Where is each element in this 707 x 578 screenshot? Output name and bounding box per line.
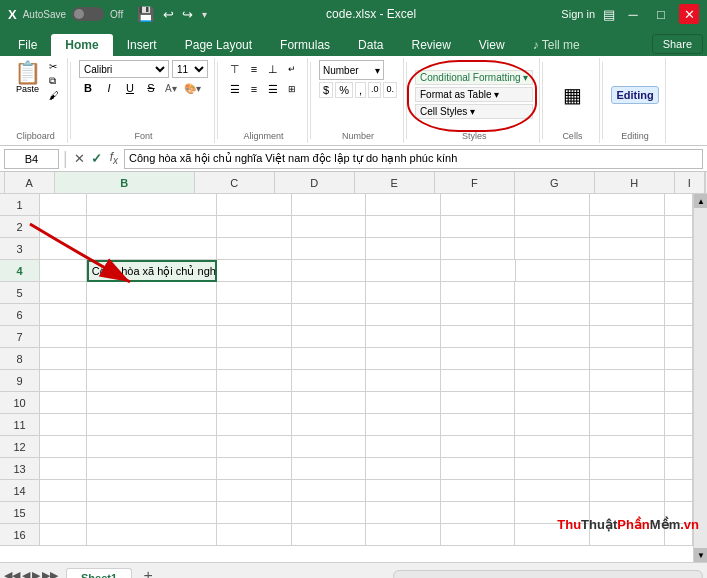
cell-reference-box[interactable] (4, 149, 59, 169)
sheet-first-btn[interactable]: ◀◀ (4, 569, 20, 578)
cell-e6[interactable] (366, 304, 441, 326)
tab-review[interactable]: Review (397, 34, 464, 56)
cell-f6[interactable] (441, 304, 516, 326)
cell-g6[interactable] (515, 304, 590, 326)
cell-b15[interactable] (87, 502, 217, 524)
fill-color-btn[interactable]: 🎨▾ (184, 83, 201, 94)
paste-button[interactable]: 📋 Paste (10, 60, 45, 96)
cell-d16[interactable] (292, 524, 367, 546)
cell-c4[interactable] (217, 260, 292, 282)
undo-button[interactable]: ↩ (160, 6, 177, 23)
cell-c5[interactable] (217, 282, 292, 304)
col-header-a[interactable]: A (5, 172, 55, 194)
cell-b8[interactable] (87, 348, 217, 370)
cell-g3[interactable] (515, 238, 590, 260)
cell-e14[interactable] (366, 480, 441, 502)
cell-a11[interactable] (40, 414, 87, 436)
cell-h16[interactable] (590, 524, 665, 546)
cell-i6[interactable] (665, 304, 693, 326)
ribbon-display-btn[interactable]: ▤ (603, 7, 615, 22)
cell-d3[interactable] (292, 238, 367, 260)
row-header-3[interactable]: 3 (0, 238, 40, 260)
add-sheet-button[interactable]: + (138, 566, 158, 579)
cell-a4[interactable] (40, 260, 87, 282)
scroll-up-btn[interactable]: ▲ (694, 194, 707, 208)
cell-g1[interactable] (515, 194, 590, 216)
cell-i7[interactable] (665, 326, 693, 348)
align-middle-button[interactable]: ≡ (245, 60, 263, 78)
align-bottom-button[interactable]: ⊥ (264, 60, 282, 78)
italic-button[interactable]: I (100, 79, 118, 97)
cell-h10[interactable] (590, 392, 665, 414)
cell-h8[interactable] (590, 348, 665, 370)
currency-btn[interactable]: $ (319, 82, 333, 98)
percent-btn[interactable]: % (335, 82, 353, 98)
cell-g2[interactable] (515, 216, 590, 238)
cell-c14[interactable] (217, 480, 292, 502)
format-painter-button[interactable]: 🖌 (47, 89, 61, 102)
copy-button[interactable]: ⧉ (47, 74, 61, 88)
align-top-button[interactable]: ⊤ (226, 60, 244, 78)
col-header-e[interactable]: E (355, 172, 435, 194)
cell-i15[interactable] (665, 502, 693, 524)
cell-f8[interactable] (441, 348, 516, 370)
cell-e13[interactable] (366, 458, 441, 480)
cell-e15[interactable] (366, 502, 441, 524)
col-header-f[interactable]: F (435, 172, 515, 194)
cell-i5[interactable] (665, 282, 693, 304)
cell-b14[interactable] (87, 480, 217, 502)
cell-b3[interactable] (87, 238, 217, 260)
cell-e1[interactable] (366, 194, 441, 216)
tab-file[interactable]: File (4, 34, 51, 56)
row-header-15[interactable]: 15 (0, 502, 40, 524)
tab-view[interactable]: View (465, 34, 519, 56)
autosave-toggle[interactable] (72, 7, 104, 21)
cell-f15[interactable] (441, 502, 516, 524)
row-header-14[interactable]: 14 (0, 480, 40, 502)
col-header-c[interactable]: C (195, 172, 275, 194)
cell-c16[interactable] (217, 524, 292, 546)
row-header-9[interactable]: 9 (0, 370, 40, 392)
col-header-d[interactable]: D (275, 172, 355, 194)
cell-b2[interactable] (87, 216, 217, 238)
cell-d5[interactable] (292, 282, 367, 304)
cell-b1[interactable] (87, 194, 217, 216)
col-header-b[interactable]: B (55, 172, 195, 194)
horizontal-scrollbar[interactable] (393, 570, 704, 579)
cell-g16[interactable] (515, 524, 590, 546)
cell-c15[interactable] (217, 502, 292, 524)
cell-f4[interactable] (441, 260, 516, 282)
underline-button[interactable]: U (121, 79, 139, 97)
cancel-formula-btn[interactable]: ✕ (74, 151, 85, 166)
cell-a14[interactable] (40, 480, 87, 502)
cell-h13[interactable] (590, 458, 665, 480)
cell-e11[interactable] (366, 414, 441, 436)
cell-e5[interactable] (366, 282, 441, 304)
row-header-2[interactable]: 2 (0, 216, 40, 238)
cell-e16[interactable] (366, 524, 441, 546)
cell-i16[interactable] (665, 524, 693, 546)
cell-d9[interactable] (292, 370, 367, 392)
cell-e9[interactable] (366, 370, 441, 392)
cell-h4[interactable] (590, 260, 665, 282)
share-button[interactable]: Share (652, 34, 703, 54)
maximize-btn[interactable]: □ (651, 4, 671, 24)
sheet-next-btn[interactable]: ▶ (32, 569, 40, 578)
cell-f9[interactable] (441, 370, 516, 392)
cell-a15[interactable] (40, 502, 87, 524)
cell-g7[interactable] (515, 326, 590, 348)
cell-c12[interactable] (217, 436, 292, 458)
cell-i4[interactable] (665, 260, 693, 282)
cell-a3[interactable] (40, 238, 87, 260)
cell-f14[interactable] (441, 480, 516, 502)
cell-c10[interactable] (217, 392, 292, 414)
cell-f5[interactable] (441, 282, 516, 304)
cell-e2[interactable] (366, 216, 441, 238)
sheet-prev-btn[interactable]: ◀ (22, 569, 30, 578)
cell-d14[interactable] (292, 480, 367, 502)
cell-f11[interactable] (441, 414, 516, 436)
save-icon[interactable]: 💾 (137, 6, 154, 22)
cell-h14[interactable] (590, 480, 665, 502)
cell-i10[interactable] (665, 392, 693, 414)
row-header-13[interactable]: 13 (0, 458, 40, 480)
